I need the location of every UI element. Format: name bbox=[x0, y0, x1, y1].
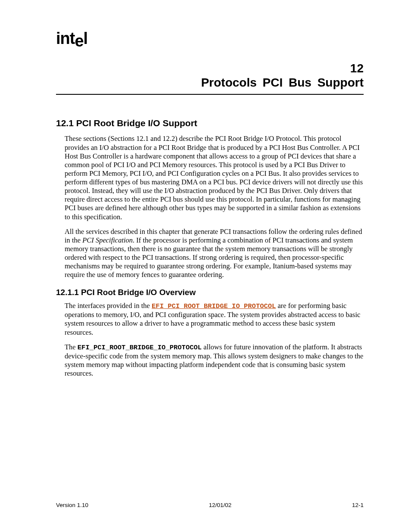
footer-date: 12/01/02 bbox=[209, 502, 232, 508]
section-12-1-1-paragraph-1: The interfaces provided in the EFI_PCI_R… bbox=[65, 302, 364, 336]
section-12-1-paragraph-1: These sections (Sections 12.1 and 12.2) … bbox=[65, 134, 364, 221]
chapter-header: 12 Protocols PCI Bus Support bbox=[56, 62, 364, 95]
pci-specification-reference: PCI Specification bbox=[82, 236, 133, 244]
footer-page-number: 12-1 bbox=[352, 502, 364, 508]
protocol-link[interactable]: EFI_PCI_ROOT_BRIDGE_IO_PROTOCOL bbox=[152, 302, 276, 310]
chapter-title: Protocols PCI Bus Support bbox=[56, 75, 364, 90]
page-footer: Version 1.10 12/01/02 12-1 bbox=[56, 502, 364, 508]
intel-logo: intel bbox=[56, 30, 364, 47]
protocol-name: EFI_PCI_ROOT_BRIDGE_IO_PROTOCOL bbox=[78, 344, 202, 352]
section-12-1-1-paragraph-2: The EFI_PCI_ROOT_BRIDGE_IO_PROTOCOL allo… bbox=[65, 343, 364, 378]
footer-version: Version 1.10 bbox=[56, 502, 88, 508]
text-fragment: The bbox=[65, 343, 78, 351]
section-heading-12-1: 12.1 PCI Root Bridge I/O Support bbox=[56, 118, 364, 128]
section-12-1-paragraph-2: All the services described in this chapt… bbox=[65, 227, 364, 280]
section-heading-12-1-1: 12.1.1 PCI Root Bridge I/O Overview bbox=[56, 288, 364, 297]
text-fragment: The interfaces provided in the bbox=[65, 302, 152, 310]
chapter-number: 12 bbox=[56, 62, 364, 75]
